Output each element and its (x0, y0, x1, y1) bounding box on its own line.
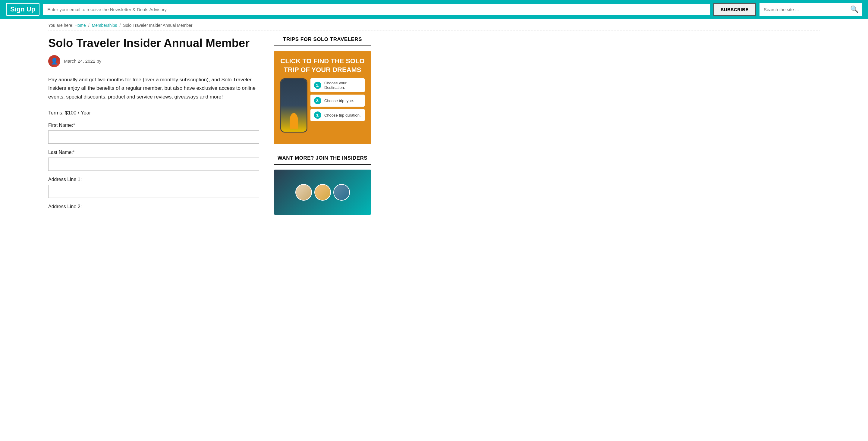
breadcrumb-current: Solo Traveler Insider Annual Member (123, 23, 192, 28)
you-are-here-label: You are here: (48, 23, 73, 28)
trips-title: TRIPS FOR SOLO TRAVELERS (274, 36, 371, 46)
signup-label: Sign Up (6, 3, 39, 15)
insiders-title: WANT MORE? JOIN THE INSIDERS (274, 155, 371, 165)
step-circle-2: 2. (314, 97, 321, 104)
step-circle-1: 1. (314, 82, 321, 89)
person-2 (314, 184, 331, 200)
step-item-3: 3. Choose trip duration. (310, 109, 365, 121)
signup-bar: Sign Up SUBSCRIBE 🔍 (0, 0, 868, 19)
address1-group: Address Line 1: (48, 177, 259, 198)
terms-text: Terms: $100 / Year (48, 110, 259, 116)
search-icon-button[interactable]: 🔍 (846, 3, 862, 15)
steps-list: 1. Choose your Destination. 2. Choose tr… (310, 78, 365, 132)
insiders-people (292, 181, 353, 203)
main-layout: Solo Traveler Insider Annual Member 👤 Ma… (0, 36, 868, 226)
search-input[interactable] (760, 4, 846, 15)
insiders-banner[interactable] (274, 169, 371, 215)
address2-label: Address Line 2: (48, 204, 259, 209)
description-text: Pay annually and get two months for free… (48, 75, 259, 102)
avatar: 👤 (48, 55, 60, 67)
trip-finder-headline: CLICK TO FIND THE SOLO TRIP OF YOUR DREA… (280, 57, 365, 74)
author-date: March 24, 2022 by (64, 58, 101, 64)
last-name-label: Last Name:* (48, 150, 259, 155)
search-icon: 🔍 (850, 5, 858, 13)
step-text-1: Choose your Destination. (324, 81, 361, 90)
breadcrumb-sep-1: / (88, 23, 91, 28)
first-name-label: First Name:* (48, 123, 259, 128)
avatar-image: 👤 (48, 55, 60, 67)
phone-screen (281, 79, 307, 132)
content-area: Solo Traveler Insider Annual Member 👤 Ma… (48, 36, 259, 215)
first-name-group: First Name:* (48, 123, 259, 144)
step-text-2: Choose trip type. (324, 98, 354, 103)
breadcrumb-home[interactable]: Home (74, 23, 86, 28)
email-input[interactable] (43, 4, 710, 15)
address1-label: Address Line 1: (48, 177, 259, 182)
step-text-3: Choose trip duration. (324, 113, 361, 118)
address1-input[interactable] (48, 185, 259, 198)
step-item-2: 2. Choose trip type. (310, 95, 365, 107)
breadcrumb-sep-2: / (119, 23, 122, 28)
phone-mockup (280, 78, 307, 132)
last-name-group: Last Name:* (48, 150, 259, 171)
person-3 (333, 184, 350, 200)
trip-finder-visual: 1. Choose your Destination. 2. Choose tr… (280, 78, 365, 132)
step-item-1: 1. Choose your Destination. (310, 78, 365, 92)
divider (48, 30, 820, 30)
breadcrumb-memberships[interactable]: Memberships (92, 23, 117, 28)
search-container: 🔍 (760, 3, 862, 15)
trips-section: TRIPS FOR SOLO TRAVELERS CLICK TO FIND T… (274, 36, 371, 144)
step-circle-3: 3. (314, 112, 321, 119)
trip-finder-content: CLICK TO FIND THE SOLO TRIP OF YOUR DREA… (274, 51, 371, 144)
subscribe-button[interactable]: SUBSCRIBE (713, 3, 756, 15)
breadcrumb: You are here: Home / Memberships / Solo … (0, 19, 868, 30)
first-name-input[interactable] (48, 130, 259, 144)
trip-finder-banner[interactable]: CLICK TO FIND THE SOLO TRIP OF YOUR DREA… (274, 51, 371, 144)
author-line: 👤 March 24, 2022 by (48, 55, 259, 67)
page-title: Solo Traveler Insider Annual Member (48, 36, 259, 50)
insiders-section: WANT MORE? JOIN THE INSIDERS (274, 155, 371, 215)
person-1 (296, 184, 312, 200)
last-name-input[interactable] (48, 158, 259, 171)
sidebar: TRIPS FOR SOLO TRAVELERS CLICK TO FIND T… (274, 36, 371, 226)
address2-group: Address Line 2: (48, 204, 259, 209)
